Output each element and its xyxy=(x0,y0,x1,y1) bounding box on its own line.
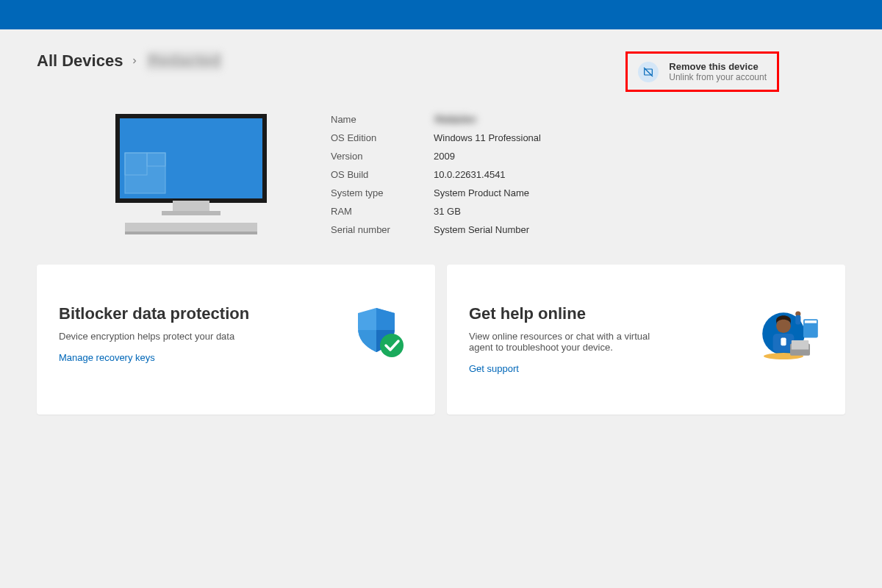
support-agent-icon xyxy=(757,304,823,363)
chevron-right-icon xyxy=(130,54,139,69)
svg-rect-21 xyxy=(781,337,786,345)
spec-label: System type xyxy=(331,187,434,198)
spec-row-ram: RAM 31 GB xyxy=(331,206,801,217)
svg-rect-20 xyxy=(792,340,808,350)
spec-row-build: OS Build 10.0.22631.4541 xyxy=(331,169,801,180)
spec-table: Name Redacted OS Edition Windows 11 Prof… xyxy=(331,107,801,243)
remove-subtitle: Unlink from your account xyxy=(669,72,767,82)
device-image xyxy=(81,107,301,243)
spec-row-os: OS Edition Windows 11 Professional xyxy=(331,132,801,143)
remove-device-icon xyxy=(638,62,659,82)
spec-row-systype: System type System Product Name xyxy=(331,187,801,198)
spec-value: Windows 11 Professional xyxy=(434,132,541,143)
spec-value: 2009 xyxy=(434,151,455,162)
cards-row: Bitlocker data protection Device encrypt… xyxy=(37,265,845,415)
spec-label: OS Build xyxy=(331,169,434,180)
spec-value: 31 GB xyxy=(434,206,461,217)
spec-value: System Serial Number xyxy=(434,224,529,235)
main-content: All Devices Redacted Remove this device … xyxy=(0,29,882,437)
card-title: Bitlocker data protection xyxy=(59,304,249,323)
device-overview: Name Redacted OS Edition Windows 11 Prof… xyxy=(37,107,845,243)
svg-rect-6 xyxy=(173,201,209,211)
breadcrumb-current: Redacted xyxy=(146,51,222,71)
svg-rect-8 xyxy=(125,223,257,232)
card-text: Bitlocker data protection Device encrypt… xyxy=(59,304,249,364)
svg-rect-7 xyxy=(162,211,220,215)
breadcrumb-row: All Devices Redacted Remove this device … xyxy=(37,51,845,92)
manage-recovery-keys-link[interactable]: Manage recovery keys xyxy=(59,352,155,363)
spec-row-version: Version 2009 xyxy=(331,151,801,162)
get-support-link[interactable]: Get support xyxy=(469,363,519,374)
spec-label: Name xyxy=(331,114,434,125)
shield-check-icon xyxy=(347,304,413,363)
svg-point-10 xyxy=(380,334,404,357)
remove-text: Remove this device Unlink from your acco… xyxy=(669,61,767,82)
remove-title: Remove this device xyxy=(669,61,767,72)
top-banner xyxy=(0,0,882,29)
spec-row-serial: Serial number System Serial Number xyxy=(331,224,801,235)
help-card: Get help online View online resources or… xyxy=(447,265,845,415)
svg-rect-9 xyxy=(125,232,257,234)
svg-rect-18 xyxy=(795,315,800,325)
card-title: Get help online xyxy=(469,304,675,323)
svg-rect-3 xyxy=(125,153,165,193)
spec-label: OS Edition xyxy=(331,132,434,143)
breadcrumb-root[interactable]: All Devices xyxy=(37,51,123,71)
spec-value: 10.0.22631.4541 xyxy=(434,169,506,180)
spec-label: RAM xyxy=(331,206,434,217)
remove-device-button[interactable]: Remove this device Unlink from your acco… xyxy=(625,51,779,92)
svg-rect-14 xyxy=(805,320,817,323)
spec-value: System Product Name xyxy=(434,187,529,198)
card-text: Get help online View online resources or… xyxy=(469,304,675,375)
spec-value: Redacted xyxy=(434,114,470,124)
card-desc: Device encryption helps protect your dat… xyxy=(59,331,249,342)
breadcrumb: All Devices Redacted xyxy=(37,51,222,71)
spec-row-name: Name Redacted xyxy=(331,114,801,125)
spec-label: Serial number xyxy=(331,224,434,235)
card-desc: View online resources or chat with a vir… xyxy=(469,331,675,353)
bitlocker-card: Bitlocker data protection Device encrypt… xyxy=(37,265,435,415)
spec-label: Version xyxy=(331,151,434,162)
